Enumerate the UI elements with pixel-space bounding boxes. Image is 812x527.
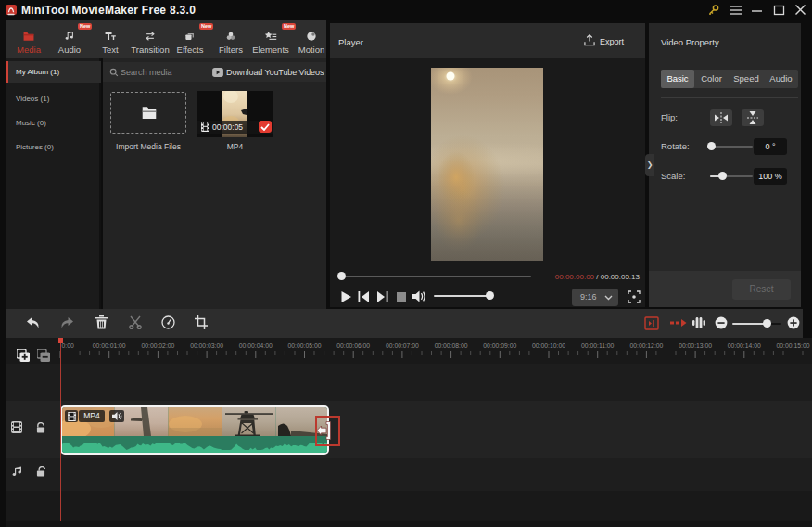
svg-text:00:00:09:00: 00:00:09:00 xyxy=(483,342,516,349)
svg-text:00:00:15:00: 00:00:15:00 xyxy=(777,342,810,349)
svg-text:00:00:12:00: 00:00:12:00 xyxy=(629,342,663,349)
svg-text:0:00: 0:00 xyxy=(62,342,74,349)
svg-text:00:00:06:00: 00:00:06:00 xyxy=(336,342,370,349)
svg-text:00:00:03:00: 00:00:03:00 xyxy=(190,342,223,349)
svg-text:00:00:13:00: 00:00:13:00 xyxy=(679,342,712,349)
svg-text:00:00:14:00: 00:00:14:00 xyxy=(728,342,761,349)
svg-text:00:00:08:00: 00:00:08:00 xyxy=(435,342,468,349)
svg-text:00:00:07:00: 00:00:07:00 xyxy=(386,342,419,349)
svg-text:00:00:11:00: 00:00:11:00 xyxy=(581,342,615,349)
svg-text:00:00:05:00: 00:00:05:00 xyxy=(288,342,322,349)
svg-text:00:00:02:00: 00:00:02:00 xyxy=(141,342,174,349)
svg-text:00:00:01:00: 00:00:01:00 xyxy=(93,342,126,349)
svg-text:00:00:10:00: 00:00:10:00 xyxy=(532,342,565,349)
svg-text:00:00:04:00: 00:00:04:00 xyxy=(239,342,273,349)
